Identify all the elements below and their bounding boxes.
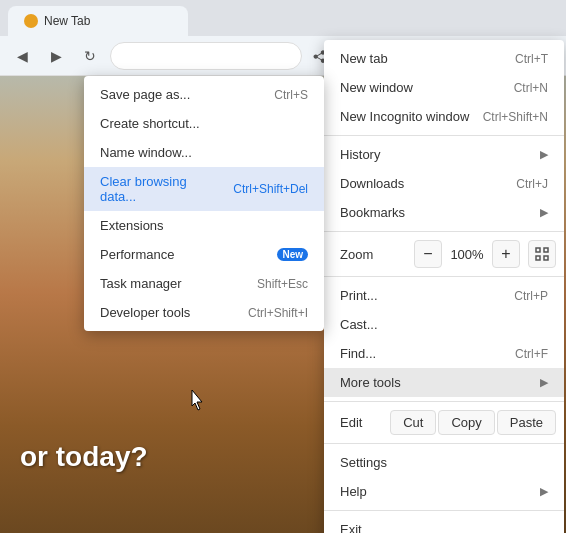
find-label: Find... xyxy=(340,346,505,361)
downloads-label: Downloads xyxy=(340,176,506,191)
zoom-minus-button[interactable]: − xyxy=(414,240,442,268)
more-tools-label: More tools xyxy=(340,375,534,390)
save-page-shortcut: Ctrl+S xyxy=(274,88,308,102)
submenu-item-extensions[interactable]: Extensions xyxy=(84,211,324,240)
zoom-plus-button[interactable]: + xyxy=(492,240,520,268)
divider-2 xyxy=(324,231,564,232)
chrome-main-menu: New tab Ctrl+T New window Ctrl+N New Inc… xyxy=(324,40,564,533)
menu-item-help[interactable]: Help ▶ xyxy=(324,477,564,506)
menu-item-new-tab[interactable]: New tab Ctrl+T xyxy=(324,44,564,73)
menu-item-bookmarks[interactable]: Bookmarks ▶ xyxy=(324,198,564,227)
submenu-item-developer-tools[interactable]: Developer tools Ctrl+Shift+I xyxy=(84,298,324,327)
name-window-label: Name window... xyxy=(100,145,308,160)
task-manager-shortcut: Shift+Esc xyxy=(257,277,308,291)
performance-new-badge: New xyxy=(277,248,308,261)
menu-item-downloads[interactable]: Downloads Ctrl+J xyxy=(324,169,564,198)
bookmarks-label: Bookmarks xyxy=(340,205,534,220)
developer-tools-label: Developer tools xyxy=(100,305,238,320)
more-tools-arrow: ▶ xyxy=(540,376,548,389)
zoom-fullscreen-button[interactable] xyxy=(528,240,556,268)
history-arrow: ▶ xyxy=(540,148,548,161)
reload-button[interactable]: ↻ xyxy=(76,42,104,70)
divider-5 xyxy=(324,443,564,444)
tab-title: New Tab xyxy=(44,14,90,28)
svg-rect-2 xyxy=(536,256,540,260)
new-tab-label: New tab xyxy=(340,51,505,66)
more-tools-submenu: Save page as... Ctrl+S Create shortcut..… xyxy=(84,76,324,331)
menu-item-more-tools[interactable]: More tools ▶ xyxy=(324,368,564,397)
menu-item-exit[interactable]: Exit xyxy=(324,515,564,533)
bookmarks-arrow: ▶ xyxy=(540,206,548,219)
submenu-item-create-shortcut[interactable]: Create shortcut... xyxy=(84,109,324,138)
menu-item-cast[interactable]: Cast... xyxy=(324,310,564,339)
active-tab[interactable]: New Tab xyxy=(8,6,188,36)
divider-6 xyxy=(324,510,564,511)
submenu-item-task-manager[interactable]: Task manager Shift+Esc xyxy=(84,269,324,298)
new-window-label: New window xyxy=(340,80,504,95)
omnibox[interactable] xyxy=(110,42,302,70)
cut-button[interactable]: Cut xyxy=(390,410,436,435)
svg-rect-3 xyxy=(544,256,548,260)
task-manager-label: Task manager xyxy=(100,276,247,291)
print-label: Print... xyxy=(340,288,504,303)
tab-favicon xyxy=(24,14,38,28)
zoom-row: Zoom − 100% + xyxy=(324,236,564,272)
edit-label: Edit xyxy=(332,415,388,430)
paste-button[interactable]: Paste xyxy=(497,410,556,435)
divider-1 xyxy=(324,135,564,136)
divider-4 xyxy=(324,401,564,402)
developer-tools-shortcut: Ctrl+Shift+I xyxy=(248,306,308,320)
help-label: Help xyxy=(340,484,534,499)
settings-label: Settings xyxy=(340,455,548,470)
new-tab-shortcut: Ctrl+T xyxy=(515,52,548,66)
copy-button[interactable]: Copy xyxy=(438,410,494,435)
print-shortcut: Ctrl+P xyxy=(514,289,548,303)
menu-item-find[interactable]: Find... Ctrl+F xyxy=(324,339,564,368)
submenu-item-name-window[interactable]: Name window... xyxy=(84,138,324,167)
performance-label: Performance xyxy=(100,247,277,262)
menu-item-settings[interactable]: Settings xyxy=(324,448,564,477)
new-incognito-label: New Incognito window xyxy=(340,109,473,124)
divider-3 xyxy=(324,276,564,277)
clear-browsing-label: Clear browsing data... xyxy=(100,174,223,204)
svg-rect-1 xyxy=(544,248,548,252)
history-label: History xyxy=(340,147,534,162)
back-button[interactable]: ◀ xyxy=(8,42,36,70)
page-content-text: or today? xyxy=(20,441,148,473)
submenu-item-clear-browsing[interactable]: Clear browsing data... Ctrl+Shift+Del xyxy=(84,167,324,211)
new-incognito-shortcut: Ctrl+Shift+N xyxy=(483,110,548,124)
zoom-value: 100% xyxy=(446,247,488,262)
new-window-shortcut: Ctrl+N xyxy=(514,81,548,95)
zoom-label: Zoom xyxy=(332,247,410,262)
find-shortcut: Ctrl+F xyxy=(515,347,548,361)
exit-label: Exit xyxy=(340,522,548,533)
cast-label: Cast... xyxy=(340,317,548,332)
edit-row: Edit Cut Copy Paste xyxy=(324,406,564,439)
clear-browsing-shortcut: Ctrl+Shift+Del xyxy=(233,182,308,196)
menu-item-print[interactable]: Print... Ctrl+P xyxy=(324,281,564,310)
menu-item-new-incognito[interactable]: New Incognito window Ctrl+Shift+N xyxy=(324,102,564,131)
menu-item-history[interactable]: History ▶ xyxy=(324,140,564,169)
svg-rect-0 xyxy=(536,248,540,252)
save-page-label: Save page as... xyxy=(100,87,264,102)
submenu-item-performance[interactable]: Performance New xyxy=(84,240,324,269)
downloads-shortcut: Ctrl+J xyxy=(516,177,548,191)
create-shortcut-label: Create shortcut... xyxy=(100,116,308,131)
extensions-label: Extensions xyxy=(100,218,308,233)
help-arrow: ▶ xyxy=(540,485,548,498)
forward-button[interactable]: ▶ xyxy=(42,42,70,70)
submenu-item-save-page[interactable]: Save page as... Ctrl+S xyxy=(84,80,324,109)
tab-bar: New Tab xyxy=(0,0,566,36)
menu-item-new-window[interactable]: New window Ctrl+N xyxy=(324,73,564,102)
